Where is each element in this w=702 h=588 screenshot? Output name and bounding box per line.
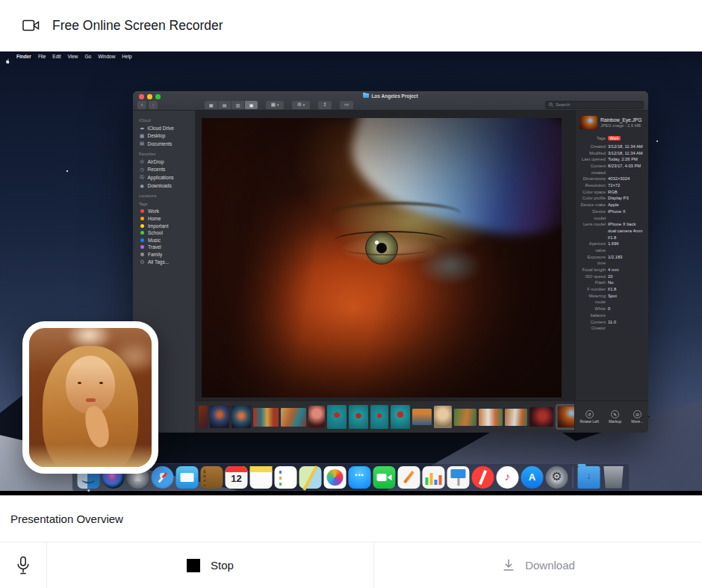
sidebar-item-label: Applications bbox=[148, 175, 174, 180]
filmstrip-thumbnail[interactable] bbox=[505, 409, 527, 426]
metadata-value: f/1.8 bbox=[608, 286, 644, 293]
dock-icon-mail[interactable] bbox=[176, 466, 199, 489]
dock-icon-news[interactable] bbox=[472, 466, 494, 489]
app-header: Free Online Screen Recorder bbox=[0, 0, 702, 52]
metadata-row: Created3/12/18, 11:34 AM bbox=[580, 143, 644, 150]
dock-icon-itunes[interactable] bbox=[497, 466, 519, 489]
filmstrip-thumbnail[interactable] bbox=[253, 408, 279, 427]
filmstrip-thumbnail[interactable] bbox=[412, 409, 432, 425]
sidebar-item-home[interactable]: Home bbox=[133, 215, 195, 223]
back-button[interactable]: ‹ bbox=[137, 101, 146, 109]
menubar-item-help[interactable]: Help bbox=[122, 54, 131, 59]
finder-search-field[interactable] bbox=[545, 101, 644, 109]
metadata-value: 72×72 bbox=[608, 182, 644, 189]
tag-button[interactable]: ▭ bbox=[340, 101, 353, 109]
sidebar-item-downloads[interactable]: ◉Downloads bbox=[133, 182, 195, 191]
sidebar-item-all-tags-[interactable]: All Tags... bbox=[133, 258, 195, 265]
sidebar-item-desktop[interactable]: ▦Desktop bbox=[133, 132, 195, 140]
menubar-item-window[interactable]: Window bbox=[98, 54, 115, 59]
action-gear-button[interactable]: ⚙▾ bbox=[292, 101, 310, 109]
sidebar-item-documents[interactable]: ▤Documents bbox=[133, 140, 195, 148]
sidebar-item-recents[interactable]: ◷Recents bbox=[133, 165, 195, 173]
finder-titlebar[interactable]: Los Angeles Project ‹ › ▦▤▥▣ ▦▾ ⚙▾ ↥ ▭ bbox=[133, 91, 648, 111]
sidebar-item-applications[interactable]: ⒶApplications bbox=[133, 173, 195, 182]
view-mode-button-0[interactable]: ▦ bbox=[205, 101, 217, 109]
dock-icon-settings[interactable] bbox=[546, 466, 568, 489]
dock-icon-photos[interactable] bbox=[324, 466, 347, 489]
sidebar-item-school[interactable]: School bbox=[133, 229, 195, 237]
filmstrip-thumbnail[interactable] bbox=[434, 406, 452, 428]
share-button[interactable]: ↥ bbox=[318, 101, 332, 109]
dock-icon-safari[interactable] bbox=[152, 466, 174, 489]
menubar-item-edit[interactable]: Edit bbox=[52, 54, 60, 59]
metadata-label: Resolution bbox=[580, 182, 608, 189]
metadata-value: 3/12/18, 11:34 AM bbox=[608, 143, 644, 150]
menubar-item-view[interactable]: View bbox=[68, 54, 78, 59]
menubar-item-finder[interactable]: Finder bbox=[16, 54, 31, 59]
sidebar-item-family[interactable]: Family bbox=[133, 251, 195, 259]
metadata-row: Modified3/12/18, 11:34 AM bbox=[580, 150, 644, 157]
dock-icon-facetime[interactable] bbox=[373, 466, 396, 489]
dock-icon-contacts[interactable] bbox=[201, 466, 223, 489]
stop-icon bbox=[187, 559, 200, 572]
view-mode-button-1[interactable]: ▤ bbox=[218, 101, 231, 109]
sidebar-item-travel[interactable]: Travel bbox=[133, 244, 195, 251]
webcam-overlay[interactable] bbox=[22, 321, 158, 474]
documents-icon: ▤ bbox=[139, 140, 145, 146]
dock-icon-appstore[interactable] bbox=[521, 466, 544, 489]
filmstrip-thumbnail[interactable] bbox=[308, 406, 325, 428]
sidebar-item-label: Documents bbox=[148, 141, 173, 146]
filmstrip-thumbnail-selected[interactable] bbox=[556, 404, 574, 430]
view-mode-button-2[interactable]: ▥ bbox=[232, 101, 244, 109]
filmstrip-thumbnail[interactable] bbox=[454, 409, 476, 426]
action-more-[interactable]: ⊖More... bbox=[631, 410, 643, 424]
sidebar-section-title: Locations bbox=[139, 194, 195, 198]
sidebar-item-music[interactable]: Music bbox=[133, 237, 195, 244]
filmstrip-thumbnail[interactable] bbox=[327, 405, 347, 429]
forward-button[interactable]: › bbox=[149, 101, 158, 109]
dock-icon-notes[interactable] bbox=[250, 466, 273, 489]
download-button[interactable]: Download bbox=[373, 542, 702, 588]
dock-icon-downloads[interactable] bbox=[578, 466, 600, 489]
action-rotate-left[interactable]: ↺Rotate Left bbox=[580, 410, 599, 424]
filmstrip-thumbnail[interactable] bbox=[370, 405, 388, 429]
file-thumbnail bbox=[580, 116, 597, 129]
dock-icon-maps[interactable] bbox=[299, 466, 322, 489]
filmstrip-thumbnail[interactable] bbox=[281, 408, 306, 427]
dock-icon-calendar[interactable]: 12 bbox=[226, 466, 248, 489]
microphone-button[interactable] bbox=[0, 542, 46, 588]
filmstrip-thumbnail[interactable] bbox=[391, 405, 410, 429]
dock-icon-pages[interactable] bbox=[398, 466, 420, 489]
microphone-icon bbox=[15, 556, 31, 575]
filmstrip-thumbnail[interactable] bbox=[232, 406, 251, 428]
tag-dot bbox=[140, 260, 144, 264]
action-markup[interactable]: ✎Markup bbox=[609, 410, 621, 424]
filmstrip-thumbnail[interactable] bbox=[210, 406, 229, 428]
sidebar-item-airdrop[interactable]: ◎AirDrop bbox=[133, 158, 195, 166]
menubar-item-file[interactable]: File bbox=[38, 54, 46, 59]
sidebar-item-work[interactable]: Work bbox=[133, 208, 195, 215]
search-input[interactable] bbox=[556, 102, 640, 107]
view-mode-button-3[interactable]: ▣ bbox=[245, 101, 258, 109]
tag-badge[interactable]: Work bbox=[608, 136, 621, 140]
rainbow-eye-photo[interactable] bbox=[202, 118, 562, 397]
sidebar-item-important[interactable]: Important bbox=[133, 222, 195, 229]
filmstrip-thumbnail[interactable] bbox=[479, 409, 503, 426]
dock-icon-keynote[interactable] bbox=[447, 466, 470, 489]
filmstrip-thumbnail[interactable] bbox=[349, 405, 368, 429]
sidebar-item-icloud-drive[interactable]: ☁iCloud Drive bbox=[133, 124, 195, 132]
filmstrip-thumbnail[interactable] bbox=[529, 407, 553, 427]
finder-info-panel: Rainbow_Eye.JPG JPEG image - 2.6 MB Tags… bbox=[575, 111, 648, 400]
tags-label: Tags bbox=[580, 135, 608, 142]
filmstrip-thumbnail[interactable] bbox=[199, 406, 208, 428]
stop-button[interactable]: Stop bbox=[46, 542, 373, 588]
dock-icon-trash[interactable] bbox=[603, 466, 625, 489]
apple-menu-icon[interactable] bbox=[5, 54, 10, 59]
dock-icon-messages[interactable] bbox=[349, 466, 371, 489]
dock-icon-numbers[interactable] bbox=[423, 466, 445, 489]
folder-icon bbox=[363, 93, 369, 98]
menubar-item-go[interactable]: Go bbox=[85, 54, 92, 59]
filmstrip-thumbnail[interactable] bbox=[558, 406, 574, 427]
group-by-button[interactable]: ▦▾ bbox=[266, 101, 284, 109]
dock-icon-reminders[interactable] bbox=[275, 466, 297, 489]
